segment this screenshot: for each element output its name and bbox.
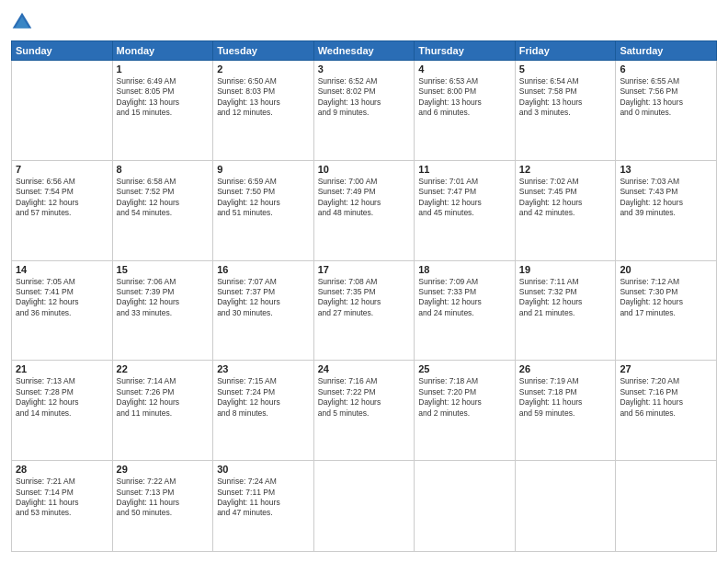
day-info: Sunrise: 7:13 AM Sunset: 7:28 PM Dayligh… [16,376,108,419]
calendar-cell: 16Sunrise: 7:07 AM Sunset: 7:37 PM Dayli… [213,260,314,361]
day-number: 2 [217,63,310,75]
calendar-cell: 20Sunrise: 7:12 AM Sunset: 7:30 PM Dayli… [616,260,717,361]
calendar-cell: 10Sunrise: 7:00 AM Sunset: 7:49 PM Dayli… [313,160,415,260]
day-info: Sunrise: 7:00 AM Sunset: 7:49 PM Dayligh… [318,177,411,219]
day-info: Sunrise: 7:16 AM Sunset: 7:22 PM Dayligh… [318,376,411,419]
calendar-week-row: 7Sunrise: 6:56 AM Sunset: 7:54 PM Daylig… [12,160,717,260]
day-number: 11 [418,164,511,175]
col-header-thursday: Thursday [415,41,516,61]
col-header-saturday: Saturday [616,41,717,61]
calendar-cell: 26Sunrise: 7:19 AM Sunset: 7:18 PM Dayli… [515,361,616,461]
day-number: 6 [620,63,712,75]
day-info: Sunrise: 7:21 AM Sunset: 7:14 PM Dayligh… [16,477,108,519]
calendar-cell: 12Sunrise: 7:02 AM Sunset: 7:45 PM Dayli… [515,160,616,260]
logo [11,11,37,33]
calendar-cell [12,61,113,161]
calendar-cell: 30Sunrise: 7:24 AM Sunset: 7:11 PM Dayli… [213,461,314,552]
day-number: 8 [117,164,210,175]
col-header-wednesday: Wednesday [313,41,415,61]
calendar-cell: 4Sunrise: 6:53 AM Sunset: 8:00 PM Daylig… [415,61,516,161]
calendar-cell: 8Sunrise: 6:58 AM Sunset: 7:52 PM Daylig… [112,160,213,260]
calendar-cell: 22Sunrise: 7:14 AM Sunset: 7:26 PM Dayli… [112,361,213,461]
calendar-cell: 2Sunrise: 6:50 AM Sunset: 8:03 PM Daylig… [213,61,314,161]
day-info: Sunrise: 7:15 AM Sunset: 7:24 PM Dayligh… [217,376,310,419]
day-info: Sunrise: 7:07 AM Sunset: 7:37 PM Dayligh… [217,277,310,319]
header [11,11,717,33]
day-info: Sunrise: 6:56 AM Sunset: 7:54 PM Dayligh… [16,177,108,219]
day-number: 26 [519,363,612,374]
day-number: 24 [318,363,411,374]
day-number: 22 [117,363,210,374]
calendar-cell: 24Sunrise: 7:16 AM Sunset: 7:22 PM Dayli… [313,361,415,461]
col-header-sunday: Sunday [12,41,113,61]
calendar-cell: 1Sunrise: 6:49 AM Sunset: 8:05 PM Daylig… [112,61,213,161]
day-number: 13 [620,164,712,175]
calendar-cell: 11Sunrise: 7:01 AM Sunset: 7:47 PM Dayli… [415,160,516,260]
day-info: Sunrise: 6:58 AM Sunset: 7:52 PM Dayligh… [117,177,210,219]
day-info: Sunrise: 7:03 AM Sunset: 7:43 PM Dayligh… [620,177,712,219]
calendar-cell: 19Sunrise: 7:11 AM Sunset: 7:32 PM Dayli… [515,260,616,361]
day-number: 1 [117,63,210,75]
day-info: Sunrise: 7:14 AM Sunset: 7:26 PM Dayligh… [117,376,210,419]
day-info: Sunrise: 6:49 AM Sunset: 8:05 PM Dayligh… [117,76,210,119]
day-info: Sunrise: 6:55 AM Sunset: 7:56 PM Dayligh… [620,76,712,119]
calendar-week-row: 1Sunrise: 6:49 AM Sunset: 8:05 PM Daylig… [12,61,717,161]
calendar-week-row: 14Sunrise: 7:05 AM Sunset: 7:41 PM Dayli… [12,260,717,361]
calendar-cell [515,461,616,552]
day-info: Sunrise: 7:01 AM Sunset: 7:47 PM Dayligh… [418,177,511,219]
day-number: 14 [16,264,108,275]
col-header-monday: Monday [112,41,213,61]
col-header-friday: Friday [515,41,616,61]
day-info: Sunrise: 7:20 AM Sunset: 7:16 PM Dayligh… [620,376,712,419]
day-info: Sunrise: 6:53 AM Sunset: 8:00 PM Dayligh… [418,76,511,119]
calendar-cell: 28Sunrise: 7:21 AM Sunset: 7:14 PM Dayli… [12,461,113,552]
day-info: Sunrise: 7:22 AM Sunset: 7:13 PM Dayligh… [117,477,210,519]
day-number: 3 [318,63,411,75]
day-info: Sunrise: 7:18 AM Sunset: 7:20 PM Dayligh… [418,376,511,419]
calendar-cell: 21Sunrise: 7:13 AM Sunset: 7:28 PM Dayli… [12,361,113,461]
col-header-tuesday: Tuesday [213,41,314,61]
day-number: 18 [418,264,511,275]
calendar-header-row: SundayMondayTuesdayWednesdayThursdayFrid… [12,41,717,61]
day-info: Sunrise: 7:06 AM Sunset: 7:39 PM Dayligh… [117,277,210,319]
day-number: 15 [117,264,210,275]
day-info: Sunrise: 7:11 AM Sunset: 7:32 PM Dayligh… [519,277,612,319]
calendar-cell: 7Sunrise: 6:56 AM Sunset: 7:54 PM Daylig… [12,160,113,260]
day-number: 16 [217,264,310,275]
calendar-cell: 29Sunrise: 7:22 AM Sunset: 7:13 PM Dayli… [112,461,213,552]
day-number: 12 [519,164,612,175]
calendar-cell: 23Sunrise: 7:15 AM Sunset: 7:24 PM Dayli… [213,361,314,461]
day-number: 19 [519,264,612,275]
calendar-cell: 27Sunrise: 7:20 AM Sunset: 7:16 PM Dayli… [616,361,717,461]
day-number: 21 [16,363,108,374]
day-info: Sunrise: 7:08 AM Sunset: 7:35 PM Dayligh… [318,277,411,319]
logo-icon [11,11,33,33]
day-number: 25 [418,363,511,374]
calendar-cell: 17Sunrise: 7:08 AM Sunset: 7:35 PM Dayli… [313,260,415,361]
calendar-cell: 6Sunrise: 6:55 AM Sunset: 7:56 PM Daylig… [616,61,717,161]
day-number: 20 [620,264,712,275]
day-info: Sunrise: 6:52 AM Sunset: 8:02 PM Dayligh… [318,76,411,119]
day-number: 28 [16,464,108,475]
day-number: 30 [217,464,310,475]
calendar-week-row: 28Sunrise: 7:21 AM Sunset: 7:14 PM Dayli… [12,461,717,552]
day-number: 29 [117,464,210,475]
calendar-cell: 9Sunrise: 6:59 AM Sunset: 7:50 PM Daylig… [213,160,314,260]
calendar-cell: 15Sunrise: 7:06 AM Sunset: 7:39 PM Dayli… [112,260,213,361]
calendar-cell: 3Sunrise: 6:52 AM Sunset: 8:02 PM Daylig… [313,61,415,161]
calendar-cell [415,461,516,552]
day-info: Sunrise: 7:05 AM Sunset: 7:41 PM Dayligh… [16,277,108,319]
calendar-cell: 14Sunrise: 7:05 AM Sunset: 7:41 PM Dayli… [12,260,113,361]
day-info: Sunrise: 7:09 AM Sunset: 7:33 PM Dayligh… [418,277,511,319]
day-number: 4 [418,63,511,75]
day-number: 7 [16,164,108,175]
day-number: 17 [318,264,411,275]
calendar-cell [616,461,717,552]
day-number: 9 [217,164,310,175]
calendar-week-row: 21Sunrise: 7:13 AM Sunset: 7:28 PM Dayli… [12,361,717,461]
day-info: Sunrise: 6:59 AM Sunset: 7:50 PM Dayligh… [217,177,310,219]
calendar-cell [313,461,415,552]
calendar-cell: 5Sunrise: 6:54 AM Sunset: 7:58 PM Daylig… [515,61,616,161]
day-info: Sunrise: 7:02 AM Sunset: 7:45 PM Dayligh… [519,177,612,219]
day-number: 23 [217,363,310,374]
